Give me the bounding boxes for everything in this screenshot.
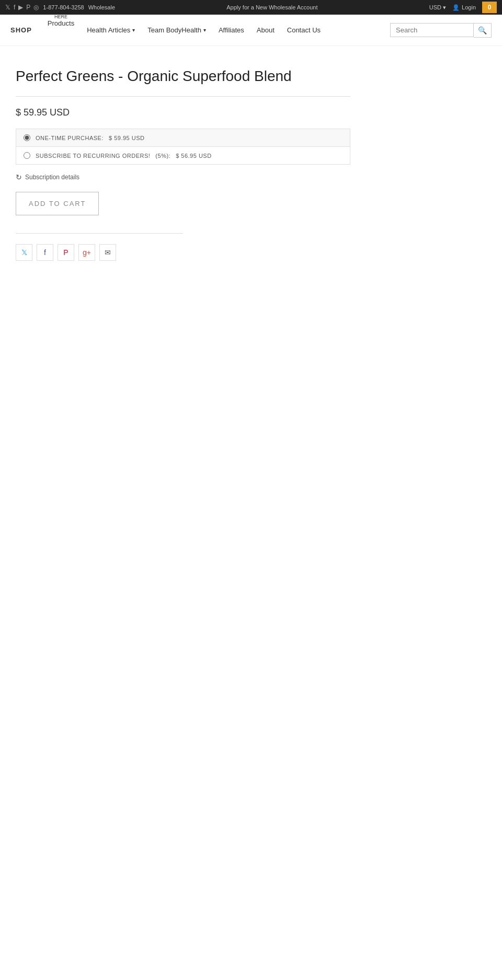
currency-selector[interactable]: USD ▾ [429,4,446,11]
product-title: Perfect Greens - Organic Superfood Blend [16,67,350,86]
shop-label[interactable]: SHOP [10,26,32,34]
product-price: $ 59.95 USD [16,107,350,118]
subscription-details-label: Subscription details [25,174,79,181]
search-input[interactable] [390,23,474,37]
products-label: Products [48,19,74,27]
top-bar: 𝕏 f ▶ P ◎ 1-877-804-3258 Wholesale Apply… [0,0,502,15]
social-share: 𝕏 f P g+ ✉ [16,244,350,261]
subscription-details-link[interactable]: ↻ Subscription details [16,173,350,181]
login-button[interactable]: 👤 Login [452,4,476,11]
pinterest-icon[interactable]: P [26,4,30,11]
one-time-price: $ 59.95 USD [109,135,144,141]
phone-number: 1-877-804-3258 [43,4,84,10]
nav-item-contact[interactable]: Contact Us [282,15,326,46]
one-time-purchase-option[interactable]: ONE-TIME PURCHASE: $ 59.95 USD [16,129,350,147]
share-googleplus-button[interactable]: g+ [78,244,95,261]
nav-item-health-articles[interactable]: Health Articles [82,15,140,46]
one-time-label: ONE-TIME PURCHASE: [36,135,104,141]
social-icons: 𝕏 f ▶ P ◎ [5,4,39,11]
nav-item-products[interactable]: HERE Products [42,15,79,46]
refresh-icon: ↻ [16,173,22,181]
nav-item-team-bodyhealth[interactable]: Team BodyHealth [142,15,211,46]
top-bar-right: USD ▾ 👤 Login 0 [429,2,497,13]
subscribe-option[interactable]: SUBSCRIBE TO RECURRING ORDERS! (5%): $ 5… [16,147,350,164]
subscribe-radio[interactable] [24,152,30,159]
subscribe-price: $ 56.95 USD [176,153,211,159]
add-to-cart-button[interactable]: ADD TO CART [16,192,99,215]
share-pinterest-button[interactable]: P [58,244,74,261]
product-divider [16,233,183,234]
apply-link[interactable]: Apply for a New Wholesale Account [126,4,419,10]
youtube-icon[interactable]: ▶ [18,4,23,11]
share-email-button[interactable]: ✉ [99,244,116,261]
title-divider [16,96,350,97]
share-facebook-button[interactable]: f [37,244,53,261]
one-time-radio[interactable] [24,134,30,141]
user-icon: 👤 [452,4,460,11]
share-twitter-button[interactable]: 𝕏 [16,244,32,261]
twitter-icon[interactable]: 𝕏 [5,4,10,11]
top-bar-left: 𝕏 f ▶ P ◎ 1-877-804-3258 Wholesale [5,4,115,11]
search-button[interactable]: 🔍 [474,23,492,38]
instagram-icon[interactable]: ◎ [33,4,39,11]
nav-item-about[interactable]: About [252,15,280,46]
nav-items: HERE Products Health Articles Team BodyH… [42,15,492,46]
cart-button[interactable]: 0 [482,2,497,13]
here-label: HERE [54,15,67,19]
nav-item-affiliates[interactable]: Affiliates [213,15,249,46]
main-content: Perfect Greens - Organic Superfood Blend… [0,46,366,282]
navbar: SHOP HERE Products Health Articles Team … [0,15,502,46]
search-area: 🔍 [390,23,492,38]
facebook-icon[interactable]: f [14,4,15,11]
wholesale-link[interactable]: Wholesale [88,4,115,10]
purchase-options: ONE-TIME PURCHASE: $ 59.95 USD SUBSCRIBE… [16,129,350,165]
subscribe-label: SUBSCRIBE TO RECURRING ORDERS! [36,153,150,159]
subscribe-discount: (5%): [155,153,170,159]
